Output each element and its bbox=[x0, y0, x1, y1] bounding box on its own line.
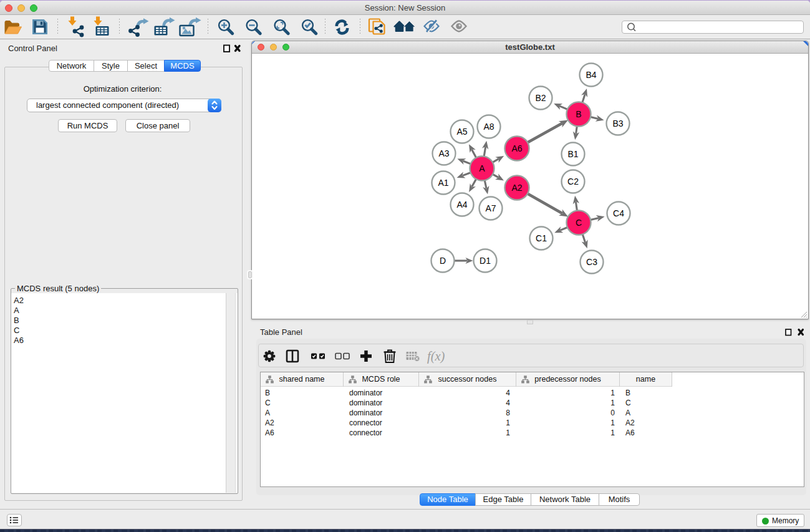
svg-text:A1: A1 bbox=[438, 178, 448, 188]
svg-text:B1: B1 bbox=[567, 149, 578, 159]
svg-text:A2: A2 bbox=[511, 183, 522, 193]
svg-text:C1: C1 bbox=[536, 233, 547, 243]
svg-text:A6: A6 bbox=[511, 143, 522, 153]
svg-text:D: D bbox=[440, 256, 446, 266]
svg-text:C2: C2 bbox=[567, 177, 579, 186]
svg-text:A3: A3 bbox=[438, 148, 449, 158]
svg-text:A7: A7 bbox=[485, 203, 496, 213]
svg-text:A8: A8 bbox=[483, 122, 494, 132]
svg-text:D1: D1 bbox=[480, 256, 491, 266]
svg-text:B3: B3 bbox=[612, 118, 623, 128]
svg-text:B4: B4 bbox=[586, 70, 596, 80]
svg-text:C4: C4 bbox=[613, 208, 624, 218]
svg-text:B: B bbox=[576, 109, 581, 119]
svg-text:A: A bbox=[479, 163, 485, 173]
svg-text:B2: B2 bbox=[535, 93, 546, 103]
svg-text:f(x): f(x) bbox=[427, 349, 445, 364]
svg-text:A5: A5 bbox=[456, 127, 467, 137]
svg-text:A4: A4 bbox=[456, 200, 467, 210]
svg-text:C: C bbox=[576, 218, 582, 228]
svg-text:C3: C3 bbox=[586, 257, 597, 267]
